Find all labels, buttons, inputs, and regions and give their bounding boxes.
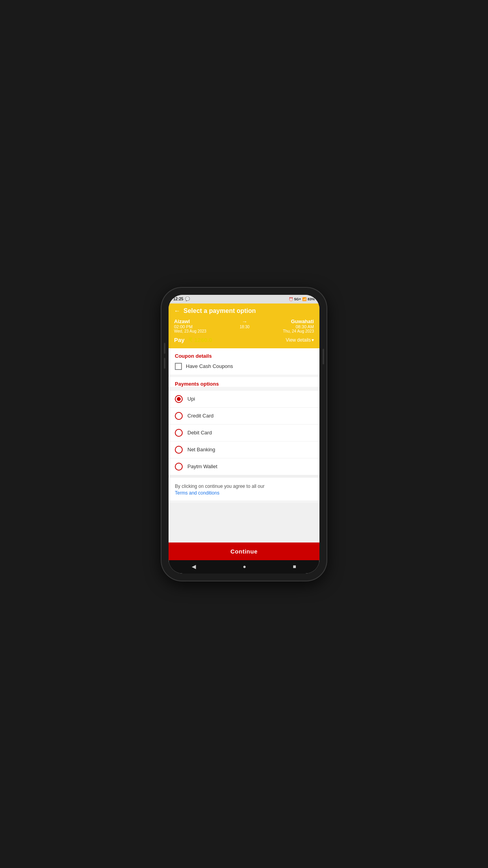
option-label-paytm: Paytm Wallet [187, 463, 217, 469]
nav-recent-button[interactable]: ■ [293, 563, 296, 570]
status-time: 12:25 [173, 297, 183, 301]
origin-date: Wed, 23 Aug 2023 [174, 329, 206, 333]
nav-home-button[interactable]: ● [243, 563, 246, 570]
coupon-section-title: Coupon details [175, 353, 313, 359]
pay-row: Pay ₹ 1260.0 View details ▾ [174, 337, 314, 344]
coupon-section: Coupon details Have Cash Coupons [169, 348, 319, 375]
arrow-icon: → [242, 318, 248, 325]
coupon-label: Have Cash Coupons [186, 363, 233, 369]
nav-bar: ◀ ● ■ [169, 560, 319, 574]
payment-option-credit-card[interactable]: Credit Card [169, 408, 319, 425]
journey-duration: 18:30 [240, 325, 250, 329]
chevron-down-icon: ▾ [312, 337, 314, 343]
origin-time: 02:00 PM [174, 324, 206, 329]
page-title: Select a payment option [183, 307, 256, 314]
payments-section-title: Payments options [175, 381, 313, 387]
terms-text: By clicking on continue you agree to all… [175, 484, 264, 489]
payments-section: Payments options Upi Credit Card [169, 377, 319, 475]
status-bar: 12:25 💬 ⏰ 5G+ 📶 83% [169, 295, 319, 303]
back-button[interactable]: ← [174, 307, 180, 314]
battery-label: 83% [308, 297, 315, 301]
coupon-row[interactable]: Have Cash Coupons [175, 363, 313, 370]
pay-amount: ₹ 1260.0 [189, 337, 212, 343]
alarm-icon: ⏰ [289, 297, 293, 301]
terms-section: By clicking on continue you agree to all… [169, 478, 319, 500]
status-right: ⏰ 5G+ 📶 83% [289, 297, 315, 301]
radio-debit-card[interactable] [175, 429, 183, 437]
payment-option-paytm[interactable]: Paytm Wallet [169, 458, 319, 475]
option-label-upi: Upi [187, 396, 195, 402]
journey-info: Aizawl 02:00 PM Wed, 23 Aug 2023 → 18:30… [174, 318, 314, 333]
payment-option-debit-card[interactable]: Debit Card [169, 425, 319, 441]
radio-net-banking[interactable] [175, 446, 183, 454]
nav-back-button[interactable]: ◀ [192, 563, 196, 570]
destination-info: Guwahati 08:30 AM Thu, 24 Aug 2023 [283, 318, 314, 333]
phone-frame: 12:25 💬 ⏰ 5G+ 📶 83% ← Select a payment o… [161, 288, 327, 581]
status-left: 12:25 💬 [173, 297, 190, 301]
page-header: ← Select a payment option Aizawl 02:00 P… [169, 303, 319, 348]
payments-header: Payments options [169, 377, 319, 387]
payment-option-upi[interactable]: Upi [169, 391, 319, 408]
continue-button[interactable]: Continue [169, 542, 319, 560]
main-content: Coupon details Have Cash Coupons Payment… [169, 348, 319, 560]
destination-city: Guwahati [283, 318, 314, 324]
whatsapp-icon: 💬 [185, 297, 190, 301]
destination-time: 08:30 AM [283, 324, 314, 329]
empty-space [169, 503, 319, 542]
journey-arrow: → 18:30 [240, 318, 250, 329]
pay-info: Pay ₹ 1260.0 [174, 337, 212, 344]
wifi-icon: 📶 [302, 297, 306, 301]
signal-label: 5G+ [294, 297, 301, 301]
payment-option-net-banking[interactable]: Net Banking [169, 441, 319, 458]
option-label-debit-card: Debit Card [187, 430, 212, 436]
origin-info: Aizawl 02:00 PM Wed, 23 Aug 2023 [174, 318, 206, 333]
radio-credit-card[interactable] [175, 412, 183, 420]
pay-label: Pay [174, 337, 185, 343]
terms-link[interactable]: Terms and conditions [175, 490, 313, 496]
origin-city: Aizawl [174, 318, 206, 324]
phone-screen: 12:25 💬 ⏰ 5G+ 📶 83% ← Select a payment o… [169, 295, 319, 574]
option-label-credit-card: Credit Card [187, 413, 213, 419]
destination-date: Thu, 24 Aug 2023 [283, 329, 314, 333]
view-details-button[interactable]: View details ▾ [286, 337, 314, 343]
option-label-net-banking: Net Banking [187, 447, 215, 452]
radio-upi[interactable] [175, 395, 183, 403]
coupon-checkbox[interactable] [175, 363, 182, 370]
radio-paytm[interactable] [175, 463, 183, 471]
view-details-label: View details [286, 337, 311, 343]
